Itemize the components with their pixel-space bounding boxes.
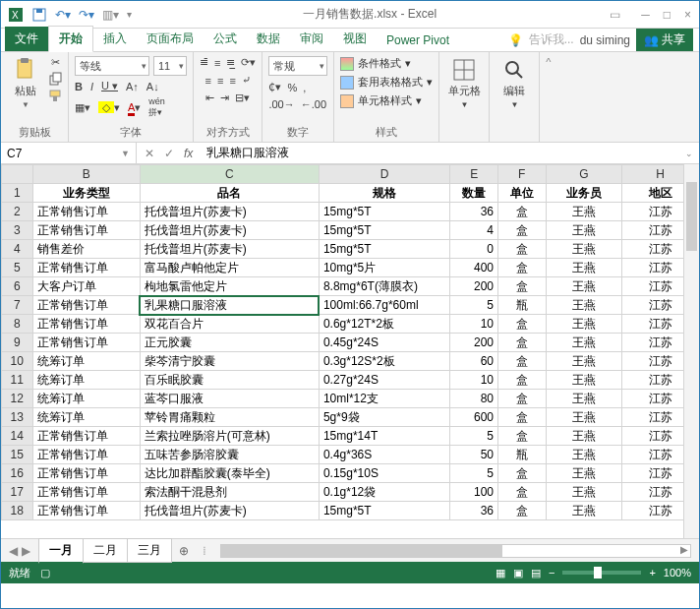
editing-button[interactable]: 编辑▼	[496, 56, 533, 111]
cell[interactable]: 王燕	[546, 390, 622, 408]
font-name-combo[interactable]: 等线	[75, 56, 149, 76]
cell[interactable]: 50	[450, 446, 498, 464]
indent-dec-icon[interactable]: ⇤	[205, 91, 214, 104]
align-bottom-icon[interactable]: ≡̲	[226, 56, 235, 69]
shrink-font-icon[interactable]: A↓	[146, 81, 159, 92]
cell[interactable]: 盒	[497, 315, 546, 334]
cell[interactable]: 王燕	[546, 277, 622, 296]
cell[interactable]: 400	[450, 259, 498, 277]
tab-layout[interactable]: 页面布局	[137, 27, 204, 51]
row-header[interactable]: 3	[2, 221, 33, 240]
cell[interactable]: 正常销售订单	[32, 483, 140, 502]
cell[interactable]: 0.27g*24S	[319, 371, 450, 390]
row-header[interactable]: 9	[2, 334, 33, 352]
cell[interactable]: 8.8mg*6T(薄膜衣)	[319, 277, 450, 296]
cell[interactable]: 5g*9袋	[319, 408, 450, 427]
cell[interactable]: 瓶	[497, 446, 546, 464]
cell[interactable]: 正常销售订单	[32, 502, 140, 520]
add-sheet-icon[interactable]: ⊕	[171, 544, 197, 558]
cell[interactable]: 盒	[497, 240, 546, 259]
tell-me-text[interactable]: 告诉我...	[529, 31, 574, 48]
cell[interactable]: 60	[450, 352, 498, 371]
header-cell[interactable]: 规格	[319, 184, 450, 203]
cell[interactable]: 正常销售订单	[32, 427, 140, 446]
align-middle-icon[interactable]: ≡	[214, 57, 220, 69]
enter-formula-icon[interactable]: ✓	[164, 147, 174, 160]
cell[interactable]: 盒	[497, 277, 546, 296]
cell[interactable]: 王燕	[546, 446, 622, 464]
row-header[interactable]: 8	[2, 315, 33, 334]
cell[interactable]: 正常销售订单	[32, 334, 140, 352]
sheet-nav-next-icon[interactable]: ▶	[22, 544, 30, 558]
column-header[interactable]: F	[497, 165, 546, 184]
cell[interactable]: 正元胶囊	[140, 334, 319, 352]
cell[interactable]: 王燕	[546, 502, 622, 520]
italic-button[interactable]: I	[90, 81, 93, 92]
cell[interactable]: 大客户订单	[32, 277, 140, 296]
align-right-icon[interactable]: ≡	[229, 75, 235, 87]
tab-powerpivot[interactable]: Power Pivot	[377, 30, 459, 51]
indent-inc-icon[interactable]: ⇥	[220, 91, 229, 104]
cell[interactable]: 0.15g*10S	[319, 464, 450, 483]
align-top-icon[interactable]: ≡̄	[200, 56, 208, 69]
row-header[interactable]: 4	[2, 240, 33, 259]
fill-color-button[interactable]: ◇▾	[98, 101, 120, 114]
cell[interactable]: 0.6g*12T*2板	[319, 315, 450, 334]
row-header[interactable]: 18	[2, 502, 33, 520]
cell[interactable]: 0.1g*12袋	[319, 483, 450, 502]
cell[interactable]: 柴芩清宁胶囊	[140, 352, 319, 371]
cell[interactable]: 富马酸卢帕他定片	[140, 259, 319, 277]
cell[interactable]: 托伐普坦片(苏麦卡)	[140, 221, 319, 240]
cell[interactable]: 盒	[497, 371, 546, 390]
row-header[interactable]: 5	[2, 259, 33, 277]
row-header[interactable]: 17	[2, 483, 33, 502]
cell[interactable]: 200	[450, 334, 498, 352]
column-header[interactable]: D	[319, 165, 450, 184]
collapse-ribbon-icon[interactable]: ^	[539, 52, 556, 142]
cell[interactable]: 托伐普坦片(苏麦卡)	[140, 502, 319, 520]
sheet-tab-2[interactable]: 二月	[83, 538, 128, 563]
cell[interactable]: 0.45g*24S	[319, 334, 450, 352]
cell[interactable]: 0.4g*36S	[319, 446, 450, 464]
row-header[interactable]: 11	[2, 371, 33, 390]
user-name[interactable]: du siming	[580, 33, 630, 47]
redo-icon[interactable]: ↷▾	[80, 8, 93, 22]
maximize-icon[interactable]: □	[664, 8, 671, 22]
cell[interactable]: 10	[450, 371, 498, 390]
column-header[interactable]: G	[546, 165, 622, 184]
paste-button[interactable]: 粘贴 ▼	[7, 56, 44, 111]
cell[interactable]: 15mg*5T	[319, 502, 450, 520]
cell[interactable]: 正常销售订单	[32, 464, 140, 483]
minimize-icon[interactable]: ─	[641, 8, 650, 22]
header-cell[interactable]: 业务员	[546, 184, 622, 203]
cell[interactable]: 王燕	[546, 352, 622, 371]
cell[interactable]: 正常销售订单	[32, 259, 140, 277]
column-header[interactable]: C	[140, 165, 319, 184]
header-cell[interactable]: 数量	[450, 184, 498, 203]
wrap-text-icon[interactable]: ⤶	[242, 74, 251, 87]
qat-more-icon[interactable]: ▥▾	[103, 8, 117, 22]
zoom-out-icon[interactable]: −	[549, 567, 554, 579]
cell[interactable]: 5	[450, 296, 498, 315]
view-pagebreak-icon[interactable]: ▤	[531, 567, 541, 579]
formula-input[interactable]: 乳果糖口服溶液	[201, 145, 289, 161]
cell[interactable]: 5	[450, 427, 498, 446]
cell[interactable]: 10	[450, 315, 498, 334]
sheet-tab-3[interactable]: 三月	[127, 538, 172, 563]
close-icon[interactable]: ×	[684, 8, 691, 22]
tab-home[interactable]: 开始	[48, 26, 93, 52]
grow-font-icon[interactable]: A↑	[126, 81, 139, 92]
cell[interactable]: 盒	[497, 390, 546, 408]
cell[interactable]: 索法酮干混悬剂	[140, 483, 319, 502]
cell[interactable]: 乳果糖口服溶液	[140, 296, 319, 315]
cell[interactable]: 达比加群酯胶囊(泰毕全)	[140, 464, 319, 483]
cell[interactable]: 盒	[497, 502, 546, 520]
header-cell[interactable]: 品名	[140, 184, 319, 203]
tab-data[interactable]: 数据	[247, 27, 290, 51]
cell[interactable]: 盒	[497, 221, 546, 240]
border-button[interactable]: ▦▾	[75, 101, 90, 114]
cell[interactable]: 正常销售订单	[32, 221, 140, 240]
cell[interactable]: 100	[450, 483, 498, 502]
cell[interactable]: 王燕	[546, 427, 622, 446]
cell[interactable]: 蓝芩口服液	[140, 390, 319, 408]
